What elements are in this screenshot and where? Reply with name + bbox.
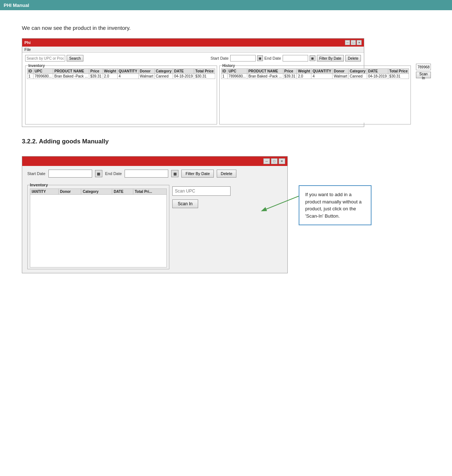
scan-in-large-button[interactable]: Scan In <box>172 199 198 208</box>
delete-button[interactable]: Delete <box>345 55 361 62</box>
large-empty-row <box>30 195 167 267</box>
col-donor: Donor <box>138 69 154 74</box>
cell-date: 04-18-2019 <box>367 74 388 79</box>
col-quantity: QUANTITY <box>311 69 333 74</box>
large-close-button[interactable]: ✕ <box>279 158 285 164</box>
cell-upc: 7899680... <box>227 74 247 79</box>
col-donor: Donor <box>58 189 81 195</box>
titlebar-controls: ─ □ ✕ <box>345 40 362 45</box>
large-minimize-button[interactable]: ─ <box>263 158 270 164</box>
col-price: Price <box>283 69 297 74</box>
right-panel: Scan In <box>416 64 431 124</box>
app-title: Phi <box>24 40 31 45</box>
end-date-calendar-button[interactable]: ▦ <box>310 55 315 61</box>
col-category: Category <box>81 189 112 195</box>
large-restore-button[interactable]: □ <box>271 158 278 164</box>
col-upc: UPC <box>34 69 53 74</box>
col-donor: Donor <box>333 69 349 74</box>
history-empty-area <box>221 79 409 123</box>
cell-upc: 7899680... <box>34 74 53 79</box>
large-panels-row: Inventory IANTITY Donor Category DATE To… <box>27 183 282 269</box>
large-end-calendar-button[interactable]: ▦ <box>171 170 178 177</box>
end-date-input[interactable] <box>283 55 308 62</box>
inventory-row: 1 7899680... Bran Baked -Pack ... $39.31… <box>27 74 215 79</box>
search-input[interactable] <box>25 55 65 62</box>
large-inventory-header: IANTITY Donor Category DATE Total Pri... <box>30 189 167 195</box>
cell-category: Canned <box>154 74 173 79</box>
large-start-calendar-button[interactable]: ▦ <box>95 170 102 177</box>
scan-in-button[interactable]: Scan In <box>416 72 431 78</box>
section-heading: 3.2.2. Adding goods Manually <box>22 138 430 145</box>
col-quantity: QUANTITY <box>117 69 138 74</box>
top-app-window: Phi ─ □ ✕ File Search Start Date ▦ <box>22 38 364 127</box>
inventory-table: ID UPC PRODUCT NAME Price Weight QUANTIT… <box>27 68 215 79</box>
inventory-legend: Inventory <box>28 64 45 68</box>
start-date-label: Start Date <box>211 56 229 60</box>
large-delete-button[interactable]: Delete <box>217 170 236 178</box>
upc-input[interactable] <box>416 64 431 70</box>
col-weight: Weight <box>103 69 117 74</box>
cell-quantity: 4 <box>311 74 333 79</box>
callout-box: If you want to add in a product manually… <box>299 185 372 225</box>
large-end-date-input[interactable] <box>125 170 168 178</box>
app-titlebar: Phi ─ □ ✕ <box>22 39 364 47</box>
large-window-area: ─ □ ✕ Start Date ▦ End Date ▦ Filter By … <box>22 156 430 273</box>
col-total-price: Total Price <box>388 69 409 74</box>
inventory-header-row: ID UPC PRODUCT NAME Price Weight QUANTIT… <box>27 69 215 74</box>
minimize-button[interactable]: ─ <box>345 40 350 45</box>
history-legend: History <box>223 64 235 68</box>
file-menu-item[interactable]: File <box>24 47 31 52</box>
history-table: ID UPC PRODUCT NAME Price Weight QUANTIT… <box>221 68 409 79</box>
history-row: 1 7899680... Bran Baked -Pack ... $39.31… <box>221 74 409 79</box>
large-app-titlebar: ─ □ ✕ <box>22 156 287 166</box>
inventory-empty-area <box>27 79 215 123</box>
app-body: Search Start Date ▦ End Date ▦ Filter By… <box>22 53 364 127</box>
panels-area: Inventory ID UPC PRODUCT NAME Price Weig… <box>25 64 361 124</box>
arrow-graphic <box>259 193 302 214</box>
start-date-input[interactable] <box>230 55 256 62</box>
history-panel: History ID UPC PRODUCT NAME Price Weight… <box>219 64 411 124</box>
col-id: ID <box>27 69 34 74</box>
col-id: ID <box>221 69 227 74</box>
cell-quantity: 4 <box>117 74 138 79</box>
cell-id: 1 <box>27 74 34 79</box>
large-app-window: ─ □ ✕ Start Date ▦ End Date ▦ Filter By … <box>22 156 288 273</box>
search-button[interactable]: Search <box>67 55 83 62</box>
app-menu: File <box>22 47 364 53</box>
filter-by-date-button[interactable]: Filter By Date <box>317 55 344 62</box>
col-date: DATE <box>112 189 133 195</box>
large-start-date-input[interactable] <box>48 170 92 178</box>
cell-total-price: $30.31 <box>194 74 215 79</box>
large-inventory-legend: Inventory <box>30 183 48 187</box>
top-bar: PHI Manual <box>0 0 452 10</box>
callout-area: If you want to add in a product manually… <box>299 156 372 225</box>
close-button[interactable]: ✕ <box>357 40 362 45</box>
large-empty-cell <box>30 195 167 267</box>
col-total-pri: Total Pri... <box>133 189 166 195</box>
large-start-date-label: Start Date <box>27 171 46 176</box>
toolbar-left: Search <box>25 55 83 62</box>
inventory-panel: Inventory ID UPC PRODUCT NAME Price Weig… <box>25 64 217 124</box>
end-date-label: End Date <box>264 56 281 60</box>
col-price: Price <box>89 69 103 74</box>
large-end-date-label: End Date <box>105 171 122 176</box>
top-bar-title: PHI Manual <box>4 3 29 8</box>
large-inventory-panel: Inventory IANTITY Donor Category DATE To… <box>27 183 169 269</box>
scan-upc-input[interactable] <box>172 186 231 196</box>
col-category: Category <box>154 69 173 74</box>
col-weight: Weight <box>297 69 311 74</box>
page-content: We can now see the product in the invent… <box>0 10 452 288</box>
col-date: DATE <box>173 69 194 74</box>
cell-price: $39.31 <box>89 74 103 79</box>
large-toolbar-row: Start Date ▦ End Date ▦ Filter By Date D… <box>27 170 282 178</box>
col-iantity: IANTITY <box>30 189 59 195</box>
col-total-price: Total Price <box>194 69 215 74</box>
toolbar-right: Start Date ▦ End Date ▦ Filter By Date D… <box>211 55 361 62</box>
col-category: Category <box>349 69 367 74</box>
cell-donor: Walmart <box>333 74 349 79</box>
col-product-name: PRODUCT NAME <box>53 69 89 74</box>
start-date-calendar-button[interactable]: ▦ <box>257 55 263 61</box>
restore-button[interactable]: □ <box>351 40 356 45</box>
large-filter-by-date-button[interactable]: Filter By Date <box>181 170 214 178</box>
cell-weight: 2.0 <box>297 74 311 79</box>
